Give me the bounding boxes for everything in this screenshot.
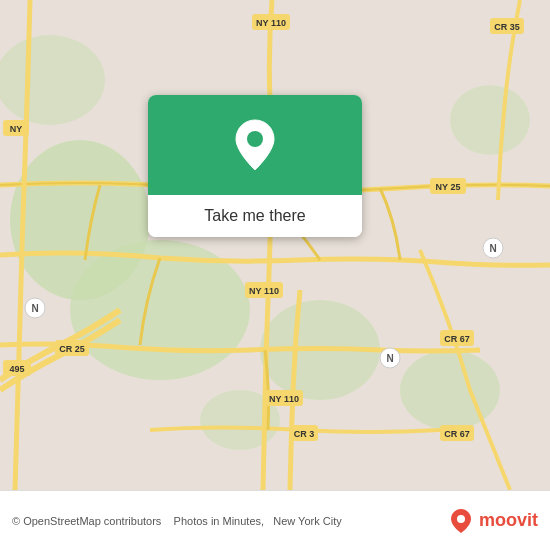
popup-card: Take me there xyxy=(148,95,362,237)
svg-point-39 xyxy=(457,515,465,523)
copyright-text: © OpenStreetMap contributors Photos in M… xyxy=(12,515,447,527)
svg-text:NY 25: NY 25 xyxy=(436,182,461,192)
take-me-there-button[interactable]: Take me there xyxy=(148,195,362,237)
svg-text:495: 495 xyxy=(9,364,24,374)
moovit-logo: moovit xyxy=(447,507,538,535)
svg-text:NY 110: NY 110 xyxy=(269,394,299,404)
svg-point-5 xyxy=(450,85,530,155)
moovit-text: moovit xyxy=(479,510,538,531)
svg-text:N: N xyxy=(31,303,38,314)
svg-text:CR 67: CR 67 xyxy=(444,334,470,344)
app-name: Photos in Minutes, xyxy=(174,515,265,527)
map-svg: NY 110 NY 25 NY 25 NY 110 NY 110 CR 25 C… xyxy=(0,0,550,490)
svg-text:NY 110: NY 110 xyxy=(249,286,279,296)
svg-text:NY 110: NY 110 xyxy=(256,18,286,28)
svg-point-4 xyxy=(400,350,500,430)
svg-text:CR 35: CR 35 xyxy=(494,22,520,32)
city-name: New York City xyxy=(273,515,341,527)
bottom-bar: © OpenStreetMap contributors Photos in M… xyxy=(0,490,550,550)
svg-text:CR 25: CR 25 xyxy=(59,344,85,354)
location-pin-icon xyxy=(233,118,277,172)
svg-text:CR 67: CR 67 xyxy=(444,429,470,439)
svg-text:CR 3: CR 3 xyxy=(294,429,315,439)
moovit-icon xyxy=(447,507,475,535)
svg-text:NY: NY xyxy=(10,124,23,134)
popup-header xyxy=(148,95,362,195)
map-background: NY 110 NY 25 NY 25 NY 110 NY 110 CR 25 C… xyxy=(0,0,550,490)
copyright-symbol: © OpenStreetMap contributors xyxy=(12,515,161,527)
svg-point-6 xyxy=(0,35,105,125)
svg-text:N: N xyxy=(386,353,393,364)
svg-point-38 xyxy=(247,131,263,147)
svg-text:N: N xyxy=(489,243,496,254)
